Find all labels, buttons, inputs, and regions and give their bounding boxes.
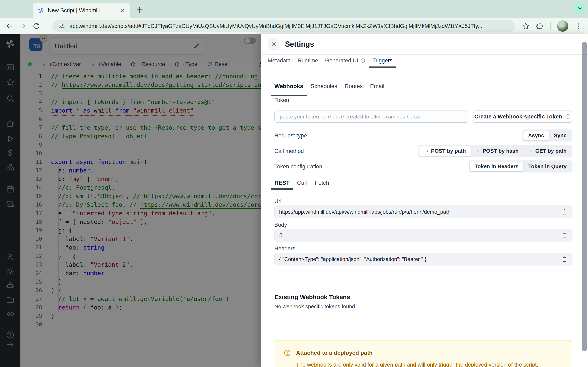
sidebar-workspace-boards-icon[interactable]: [6, 63, 15, 72]
toolbar-variable-button[interactable]: +Variable: [90, 61, 121, 67]
code-line-30[interactable]: 30: [20, 320, 261, 329]
tab-rest[interactable]: REST: [271, 177, 293, 190]
profile-avatar[interactable]: [557, 20, 568, 32]
back-button[interactable]: [5, 22, 13, 30]
token-input[interactable]: [274, 110, 468, 123]
option-post-by-path[interactable]: POST by path: [419, 146, 471, 156]
code-text: g: {: [51, 226, 72, 235]
option-async[interactable]: Async: [523, 131, 549, 141]
tab-runtime[interactable]: Runtime: [294, 55, 322, 68]
edit-pencil-icon[interactable]: [193, 43, 200, 49]
diff-toggle-switch[interactable]: [244, 38, 256, 44]
code-line-27[interactable]: 27 // let x = await wmill.getVariable('u…: [20, 295, 261, 303]
code-line-15[interactable]: 15 //d: wmill.S3Object, // https://www.w…: [20, 192, 261, 200]
code-line-2[interactable]: 2// https://www.windmill.dev/docs/gettin…: [20, 81, 261, 89]
toolbar-type-button[interactable]: +Type: [174, 61, 198, 67]
reload-button[interactable]: [32, 22, 40, 30]
option-label: GET by path: [535, 148, 567, 154]
code-area[interactable]: 1// there are multiple modes to add as h…: [20, 71, 261, 367]
clipboard-icon[interactable]: [561, 232, 568, 239]
sidebar-flows-icon[interactable]: [6, 200, 15, 208]
clipboard-icon[interactable]: [561, 256, 568, 262]
drawer-scrollbar[interactable]: [582, 42, 587, 351]
code-line-1[interactable]: 1// there are multiple modes to add as h…: [20, 72, 261, 81]
code-line-14[interactable]: 14 //c: Postgresql,: [20, 183, 261, 192]
tab-close-icon[interactable]: [120, 7, 126, 13]
code-line-11[interactable]: 11export async function main(: [20, 158, 261, 166]
option-get-by-path[interactable]: GET by path: [523, 146, 571, 156]
tab-webhooks[interactable]: Webhooks: [271, 78, 307, 96]
forward-button[interactable]: [19, 22, 27, 30]
code-line-7[interactable]: 7// fill the type, or use the +Resource …: [20, 123, 261, 132]
close-drawer-button[interactable]: [268, 38, 281, 51]
code-line-16[interactable]: 16 //d: DynSelect_foo, // https://www.wi…: [20, 200, 261, 209]
code-line-4[interactable]: 4// import { toWords } from "number-to-w…: [20, 98, 261, 106]
toolbar-button-label: +Context Var: [49, 61, 81, 67]
option-post-by-hash[interactable]: POST by hash: [471, 146, 523, 156]
code-line-18[interactable]: 18 f = { nested: "object" },: [20, 217, 261, 226]
tab-metadata[interactable]: Metadata: [264, 55, 294, 68]
sidebar-favorites-icon[interactable]: [6, 78, 15, 87]
code-line-26[interactable]: 26) {: [20, 286, 261, 295]
site-settings-icon[interactable]: [58, 22, 65, 30]
extensions-icon[interactable]: [536, 22, 544, 30]
script-title-input[interactable]: Untitled: [49, 37, 205, 55]
code-line-12[interactable]: 12 a: number,: [20, 166, 261, 175]
code-line-6[interactable]: 6: [20, 115, 261, 123]
code-line-20[interactable]: 20 label: "Variant 1",: [20, 235, 261, 243]
tab-fetch[interactable]: Fetch: [311, 177, 333, 190]
sidebar-home-icon[interactable]: [6, 119, 15, 128]
sidebar-search-icon[interactable]: [6, 94, 15, 103]
code-line-21[interactable]: 21 foo: string: [20, 243, 261, 252]
headers-field[interactable]: { "Content-Type": "application/json", "A…: [274, 253, 572, 266]
toolbar-resource-button[interactable]: +Resource: [130, 61, 165, 67]
code-line-29[interactable]: 29}: [20, 312, 261, 320]
option-token-in-query[interactable]: Token in Query: [523, 161, 571, 171]
tab-search-button[interactable]: [574, 3, 585, 14]
tab-triggers[interactable]: Triggers: [369, 55, 396, 68]
code-line-3[interactable]: 3: [20, 89, 261, 98]
code-line-22[interactable]: 22 } | {: [20, 252, 261, 260]
code-line-19[interactable]: 19 g: {: [20, 226, 261, 235]
sidebar-schedules-icon[interactable]: [6, 185, 15, 194]
new-tab-button[interactable]: [135, 5, 144, 14]
code-line-10[interactable]: 10: [20, 149, 261, 158]
code-line-17[interactable]: 17 e = "inferred type string from defaul…: [20, 209, 261, 217]
sidebar-audit-logs-icon[interactable]: [6, 309, 15, 318]
tab-routes[interactable]: Routes: [341, 78, 366, 96]
code-line-8[interactable]: 8// type Postgresql = object: [20, 132, 261, 141]
code-line-5[interactable]: 5import * as wmill from "windmill-client…: [20, 106, 261, 115]
toolbar-reset-button[interactable]: Reset: [207, 61, 229, 67]
sidebar-runs-icon[interactable]: [6, 134, 15, 143]
tab-label: Routes: [345, 83, 363, 90]
sidebar-expand-sidebar-icon[interactable]: [6, 340, 15, 349]
sidebar-folders-icon[interactable]: [6, 295, 15, 304]
sidebar-workers-icon[interactable]: [6, 281, 15, 290]
tab-generated-ui[interactable]: Generated UI: [321, 55, 369, 68]
code-line-9[interactable]: 9: [20, 141, 261, 149]
url-bar[interactable]: app.windmill.dev/scripts/add#JTdCJTIyaGF…: [52, 20, 515, 32]
tab-schedules[interactable]: Schedules: [307, 78, 341, 96]
code-line-13[interactable]: 13 b: "my" | "enum",: [20, 175, 261, 183]
tab-email[interactable]: Email: [366, 78, 388, 96]
code-line-23[interactable]: 23 label: "Variant 2",: [20, 260, 261, 269]
url-field[interactable]: https://app.windmill.dev/api/w/windmill-…: [274, 206, 572, 218]
bookmark-star-icon[interactable]: [522, 22, 530, 30]
create-webhook-token-button[interactable]: Create a Webhook-specific Token: [473, 110, 572, 123]
sidebar-users-icon[interactable]: [6, 252, 15, 261]
option-sync[interactable]: Sync: [549, 131, 571, 141]
clipboard-icon[interactable]: [561, 209, 568, 215]
toolbar-contextvar-button[interactable]: +Context Var: [41, 61, 81, 67]
browser-tab[interactable]: New Script | Windmill: [33, 3, 130, 18]
browser-menu-icon[interactable]: [575, 22, 582, 30]
code-line-28[interactable]: 28 return { foo: a };: [20, 303, 261, 312]
body-field[interactable]: {}: [274, 229, 572, 242]
option-token-in-headers[interactable]: Token in Headers: [470, 161, 523, 171]
sidebar-resources-icon[interactable]: [6, 163, 15, 172]
code-line-24[interactable]: 24 bar: number: [20, 269, 261, 277]
sidebar-settings-icon[interactable]: [6, 267, 15, 276]
sidebar-variables-icon[interactable]: [6, 149, 15, 157]
tab-curl[interactable]: Curl: [293, 177, 311, 190]
code-line-25[interactable]: 25 }: [20, 277, 261, 286]
sidebar-help-icon[interactable]: [6, 331, 15, 340]
